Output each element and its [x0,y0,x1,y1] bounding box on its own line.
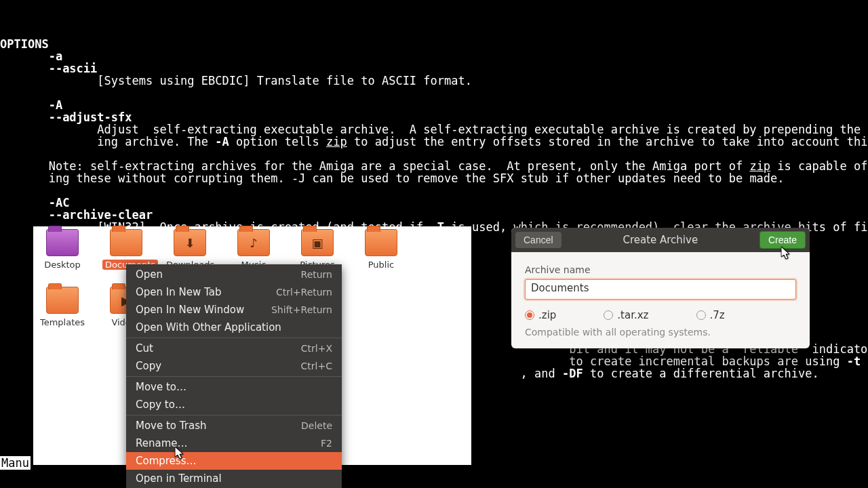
radio-selected-icon [525,310,534,320]
cancel-button[interactable]: Cancel [515,232,561,248]
radio-icon [604,310,613,320]
ctx-copy[interactable]: CopyCtrl+C [126,357,342,375]
ctx-open[interactable]: OpenReturn [126,266,342,283]
radio-icon [696,310,706,320]
ctx-open-new-tab[interactable]: Open In New TabCtrl+Return [126,283,342,301]
ctx-separator [126,338,342,338]
format-zip-radio[interactable]: .zip [525,309,556,321]
create-button[interactable]: Create [760,231,806,249]
ctx-separator [126,415,342,415]
download-icon: ⬇ [174,230,205,256]
format-hint: Compatible with all operating systems. [525,327,796,338]
ctx-move-to[interactable]: Move to… [126,378,342,396]
ctx-open-new-window[interactable]: Open In New WindowShift+Return [126,301,342,319]
folder-label: Public [368,260,394,270]
folder-desktop[interactable]: Desktop [39,229,86,270]
dialog-header: Cancel Create Archive Create [511,228,810,252]
folder-label: Desktop [44,260,81,270]
context-menu: OpenReturn Open In New TabCtrl+Return Op… [126,264,342,488]
ctx-rename[interactable]: Rename…F2 [126,434,342,452]
ctx-separator [126,376,342,377]
format-7z-radio[interactable]: .7z [696,309,725,321]
ctx-compress[interactable]: Compress… [126,452,342,470]
pictures-icon: ▣ [302,230,333,256]
ctx-open-in-terminal[interactable]: Open in Terminal [126,470,342,487]
dialog-title: Create Archive [561,234,760,246]
music-icon: ♪ [238,230,269,256]
archive-name-label: Archive name [525,264,796,275]
manpage-status: Manu [0,456,31,470]
folder-templates[interactable]: Templates [39,287,86,328]
folder-public[interactable]: Public [357,229,405,270]
ctx-cut[interactable]: CutCtrl+X [126,340,342,357]
format-tarxz-radio[interactable]: .tar.xz [604,309,648,321]
ctx-move-to-trash[interactable]: Move to TrashDelete [126,417,342,434]
folder-label: Templates [40,317,85,327]
create-archive-dialog: Cancel Create Archive Create Archive nam… [511,228,810,348]
ctx-open-other-app[interactable]: Open With Other Application [126,319,342,336]
ctx-copy-to[interactable]: Copy to… [126,396,342,413]
archive-name-input[interactable]: Documents [525,279,796,300]
